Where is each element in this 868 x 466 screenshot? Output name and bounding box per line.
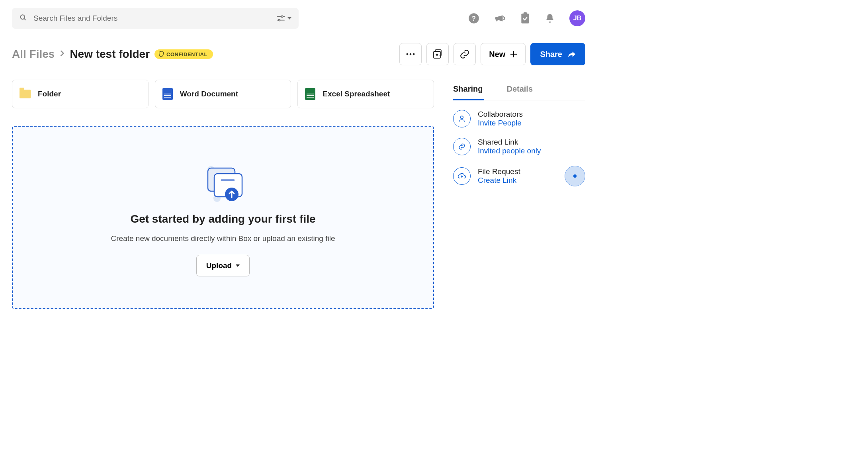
- svg-point-4: [282, 16, 283, 17]
- svg-point-12: [413, 53, 415, 55]
- file-request-toggle[interactable]: [565, 166, 585, 186]
- collections-button[interactable]: [426, 43, 449, 65]
- sidebar-item-title: Collaborators: [478, 110, 523, 119]
- help-icon[interactable]: ?: [468, 13, 479, 24]
- bell-icon[interactable]: [545, 12, 555, 24]
- megaphone-icon[interactable]: [494, 12, 506, 24]
- share-arrow-icon: [568, 51, 576, 58]
- svg-line-1: [24, 19, 26, 20]
- template-card-word[interactable]: Word Document: [155, 80, 291, 108]
- excel-doc-icon: [305, 88, 315, 100]
- search-input[interactable]: [33, 14, 270, 23]
- create-file-request-link[interactable]: Create Link: [478, 176, 520, 185]
- svg-point-22: [461, 116, 463, 119]
- sidebar-item-file-request: File Request Create Link: [453, 166, 585, 186]
- search-box[interactable]: [12, 8, 299, 29]
- chevron-right-icon: [59, 50, 65, 59]
- svg-rect-8: [521, 14, 529, 23]
- cloud-upload-icon: [453, 167, 471, 185]
- ellipsis-icon: [406, 53, 415, 55]
- word-doc-icon: [162, 88, 173, 100]
- svg-point-11: [410, 53, 412, 55]
- favorite-collection-icon: [432, 49, 443, 59]
- sidebar-item-collaborators: Collaborators Invite People: [453, 110, 585, 127]
- invite-people-link[interactable]: Invite People: [478, 119, 523, 127]
- clipboard-check-icon[interactable]: [520, 12, 530, 24]
- breadcrumb-root[interactable]: All Files: [12, 48, 55, 61]
- plus-icon: [510, 51, 517, 58]
- template-card-folder[interactable]: Folder: [12, 80, 149, 108]
- svg-point-5: [278, 19, 280, 21]
- breadcrumb-current: New test folder: [70, 48, 150, 61]
- more-options-button[interactable]: [399, 43, 422, 65]
- upload-dropzone[interactable]: Get started by adding your first file Cr…: [12, 126, 434, 309]
- tab-sharing[interactable]: Sharing: [453, 81, 483, 100]
- sidebar-item-title: Shared Link: [478, 138, 541, 147]
- template-card-label: Folder: [38, 90, 61, 98]
- upload-illustration-icon: [199, 159, 247, 204]
- classification-badge: CONFIDENTIAL: [154, 49, 213, 59]
- chevron-down-icon: [287, 17, 291, 20]
- dropzone-subtitle: Create new documents directly within Box…: [111, 234, 335, 243]
- search-filter-toggle[interactable]: [276, 15, 291, 22]
- share-button[interactable]: Share: [530, 43, 585, 65]
- classification-badge-label: CONFIDENTIAL: [166, 51, 207, 57]
- svg-rect-9: [524, 12, 527, 14]
- chevron-down-icon: [236, 264, 240, 267]
- shield-icon: [158, 51, 164, 57]
- sidebar-item-title: File Request: [478, 167, 520, 176]
- share-button-label: Share: [540, 50, 562, 59]
- tab-details[interactable]: Details: [506, 81, 533, 100]
- svg-point-10: [407, 53, 409, 55]
- new-button-label: New: [489, 50, 505, 59]
- avatar[interactable]: JB: [569, 10, 585, 26]
- sidebar-item-shared-link: Shared Link Invited people only: [453, 138, 585, 155]
- share-link-button[interactable]: [454, 43, 476, 65]
- link-icon: [453, 138, 471, 155]
- radio-dot-icon: [573, 174, 577, 178]
- template-card-excel[interactable]: Excel Spreadsheet: [297, 80, 434, 108]
- person-icon: [453, 110, 471, 127]
- svg-text:?: ?: [472, 15, 476, 22]
- link-icon: [459, 49, 470, 59]
- upload-button-label: Upload: [206, 261, 232, 270]
- search-icon: [19, 14, 27, 23]
- new-button[interactable]: New: [481, 43, 526, 65]
- folder-icon: [20, 90, 31, 98]
- svg-point-0: [20, 15, 25, 19]
- shared-link-setting[interactable]: Invited people only: [478, 147, 541, 155]
- upload-button[interactable]: Upload: [196, 255, 250, 276]
- dropzone-title: Get started by adding your first file: [130, 213, 315, 225]
- template-card-label: Word Document: [180, 90, 238, 98]
- template-card-label: Excel Spreadsheet: [323, 90, 390, 98]
